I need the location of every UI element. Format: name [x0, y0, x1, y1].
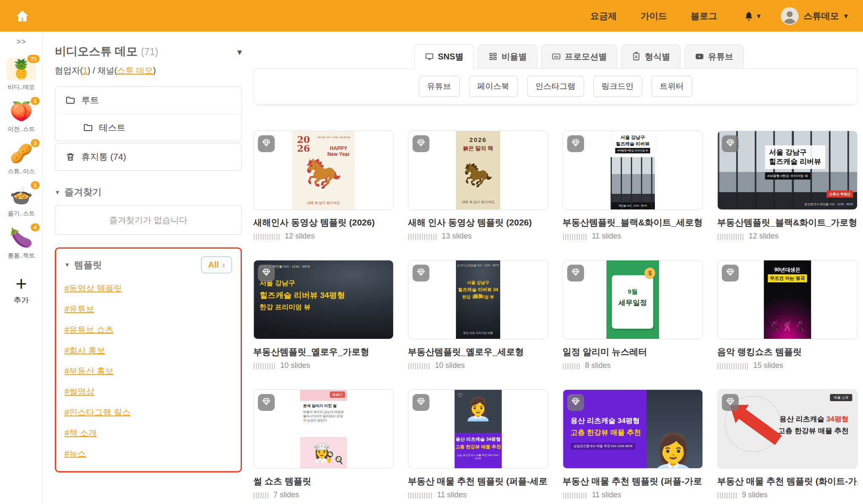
template-title: 일정 알리미 뉴스레터	[563, 346, 703, 358]
thumb-text: 한강 프리미엄 뷰	[260, 303, 311, 312]
expand-rail-button[interactable]: >>	[0, 32, 43, 49]
thumb-text: 90년대생은	[764, 266, 811, 273]
folder-row[interactable]: 휴지통 (74)	[55, 143, 241, 170]
filter-tab[interactable]: 유튜브	[684, 44, 744, 69]
filter-tab[interactable]: 비율별	[478, 44, 537, 69]
rail-project-item[interactable]: 🍍71비디..데모	[6, 57, 36, 91]
template-tag[interactable]: #썰영상	[64, 386, 94, 397]
thumb-text: 힐즈캐슬 리버뷰	[611, 141, 655, 147]
template-card[interactable]: 매물 소개용산 리츠캐슬 34평형고층 한강뷰 매물 추천부동산 매물 추천 템…	[717, 389, 858, 499]
topbar-link[interactable]: 가이드	[641, 10, 667, 22]
template-card[interactable]: ♡용산 리츠캐슬 34평형고층 한강뷰 매물 추천상담공인중개사 매물 추천 0…	[563, 389, 703, 499]
slide-count: ||||||||||||12 slides	[717, 232, 858, 241]
template-tag[interactable]: #부동산 홍보	[64, 365, 114, 377]
thumb-text: 서울 강남구	[456, 280, 501, 286]
template-card[interactable]: 20 26YEAR OF THE HORSEHAPPY New Year🐎새해 …	[253, 131, 394, 241]
sns-filter-chip[interactable]: 페이스북	[469, 76, 518, 97]
template-card[interactable]: 2026붉은 말의 해🐎새해 복 많이 받으세요새해 인사 동영상 템플릿 (2…	[408, 131, 548, 241]
slide-count-text: 13 slides	[442, 232, 472, 241]
monitor-icon	[425, 52, 434, 61]
premium-badge	[722, 394, 739, 411]
rail-project-item[interactable]: 🍲1옮기..스트	[6, 184, 36, 217]
template-card[interactable]: ♡👩‍💼용산 리츠캐슬 34평형고층 한강뷰 매물 추천상담 공인중개사 매물 …	[408, 389, 548, 499]
template-card[interactable]: [스튜스] 백만불 010 - 1234 - 5678서울 강남구힐즈캐슬 리버…	[408, 260, 548, 370]
thumb-text: 스튜스 부동산	[827, 190, 853, 198]
templates-section: 템플릿 All › #동영상 템플릿#유튜브#유튜브 쇼츠#회사 홍보#부동산 …	[55, 247, 242, 472]
project-label: 옮기..스트	[8, 210, 35, 217]
gem-icon	[416, 138, 426, 149]
filter-tab[interactable]: 형식별	[621, 44, 681, 69]
template-card[interactable]: 서울 강남구힐즈캐슬 리버뷰#34평형 #한강 프리미엄 뷰백만불 010 - …	[563, 131, 703, 241]
rail-project-item[interactable]: 🍑1이전..스트	[6, 99, 36, 133]
premium-badge	[567, 135, 584, 152]
template-tag[interactable]: #유튜브 쇼츠	[64, 324, 114, 335]
slide-count-text: 12 slides	[285, 232, 315, 241]
thumb-text: 세무일정	[606, 298, 659, 308]
tab-label: SNS별	[438, 51, 464, 62]
template-card[interactable]: $9월세무일정일정 알리미 뉴스레터||||||||8 slides	[563, 260, 703, 370]
project-thumbnail: 🥜	[10, 143, 33, 164]
caret-down-icon[interactable]	[237, 47, 242, 58]
folder-row[interactable]: 루트	[55, 87, 241, 114]
collab-suffix: )	[153, 66, 156, 75]
dancers-illustration: 💃🕺💃	[764, 320, 811, 332]
workspace-title-row[interactable]: 비디오스튜 데모 (71)	[55, 44, 242, 59]
thumbnail-art: ♡👩‍💼용산 리츠캐슬 34평형고층 한강뷰 매물 추천상담 공인중개사 매물 …	[454, 390, 502, 468]
view-all-button[interactable]: All ›	[201, 256, 232, 273]
template-card[interactable]: 90년대생은무조건 아는 명곡💃🕺💃음악 랭킹쇼츠 템플릿|||||||||||…	[717, 260, 858, 370]
folder-label: 휴지통 (74)	[81, 151, 126, 163]
folder-row[interactable]: 테스트	[55, 114, 241, 141]
template-tag[interactable]: #뉴스	[64, 448, 86, 459]
slide-count: |||||||||9 slides	[717, 491, 858, 499]
sns-filter-chip[interactable]: 트위터	[651, 76, 692, 97]
topbar-nav: 요금제가이드블로그	[590, 10, 717, 22]
gem-icon	[262, 397, 271, 408]
template-title: 부동산 매물 추천 템플릿 (퍼플-가로형)	[563, 475, 703, 487]
topbar-link[interactable]: 요금제	[590, 10, 617, 22]
channel-link[interactable]: 스튜 데모	[117, 66, 153, 75]
template-tag[interactable]: #책 소개	[64, 427, 97, 439]
template-card[interactable]: [스튜스] 백만불 010 - 1234 - 5678서울 강남구힐즈캐슬 리버…	[253, 260, 394, 370]
template-tag[interactable]: #회사 홍보	[64, 345, 105, 356]
template-card[interactable]: 썰풀이본격 알바가 미친 썰떡볶이 먹으러 갔는데 매장에 들어서자마자 알바생…	[253, 389, 394, 499]
gem-icon	[571, 397, 580, 408]
thumb-text: #34평형 #한강 프리미엄 뷰	[765, 172, 810, 180]
sns-filter-chip[interactable]: 링크드인	[593, 76, 642, 97]
template-tag[interactable]: #인스타그램 릴스	[64, 407, 131, 418]
template-card[interactable]: 서울 강남구 힐즈캐슬 리버뷰#34평형 #한강 프리미엄 뷰스튜스 부동산공인…	[717, 131, 858, 241]
rail-project-item[interactable]: 🥜3스튜..이스	[6, 142, 36, 175]
slide-bars: ||||||||||	[253, 362, 276, 369]
card-thumbnail: 2026붉은 말의 해🐎새해 복 많이 받으세요	[408, 131, 548, 210]
red-arrow-illustration	[738, 409, 782, 445]
template-tag[interactable]: #동영상 템플릿	[64, 283, 122, 294]
thumb-text: 썰풀이	[330, 391, 345, 398]
card-thumbnail: ♡용산 리츠캐슬 34평형고층 한강뷰 매물 추천상담공인중개사 매물 추천 0…	[563, 389, 703, 469]
thumb-text: 무조건 아는 명곡	[768, 274, 807, 282]
template-tag[interactable]: #유튜브	[64, 303, 94, 315]
slide-count-text: 7 slides	[273, 491, 299, 499]
collab-prefix: 협업자(	[55, 66, 83, 75]
thumb-text: 한강 조망 프리미엄 매물	[456, 331, 501, 335]
template-grid: 20 26YEAR OF THE HORSEHAPPY New Year🐎새해 …	[253, 131, 858, 499]
main-content: SNS별비율별Ad프로모션별형식별유튜브 유튜브페이스북인스타그램링크드인트위터…	[253, 44, 858, 499]
collaborators-link[interactable]: 1	[83, 66, 88, 75]
thumb-text: 상담공인중개사 매물 추천 010-1234-5678	[571, 443, 635, 450]
user-menu[interactable]: 스튜데모	[781, 7, 848, 25]
rail-project-item[interactable]: 🍆4롱폼..젝트	[6, 226, 36, 260]
home-icon[interactable]	[15, 9, 29, 23]
add-project-button[interactable]: + 추가	[14, 274, 29, 305]
templates-header[interactable]: 템플릿	[64, 259, 102, 271]
slide-bars: |||||||||||	[408, 492, 433, 498]
topbar-link[interactable]: 블로그	[691, 10, 717, 22]
filter-tab[interactable]: Ad프로모션별	[541, 44, 617, 69]
sns-filter-chip[interactable]: 인스타그램	[527, 76, 584, 97]
card-thumbnail: 서울 강남구힐즈캐슬 리버뷰#34평형 #한강 프리미엄 뷰백만불 010 - …	[563, 131, 703, 210]
thumb-text: 매물 소개	[830, 394, 852, 401]
favorites-header[interactable]: 즐겨찾기	[55, 186, 242, 198]
sns-filter-chip[interactable]: 유튜브	[419, 76, 460, 97]
filter-tab[interactable]: SNS별	[414, 44, 474, 69]
bell-icon	[743, 11, 754, 21]
project-count-badge: 4	[31, 223, 40, 231]
premium-badge	[567, 265, 584, 281]
notifications-button[interactable]	[743, 11, 761, 21]
